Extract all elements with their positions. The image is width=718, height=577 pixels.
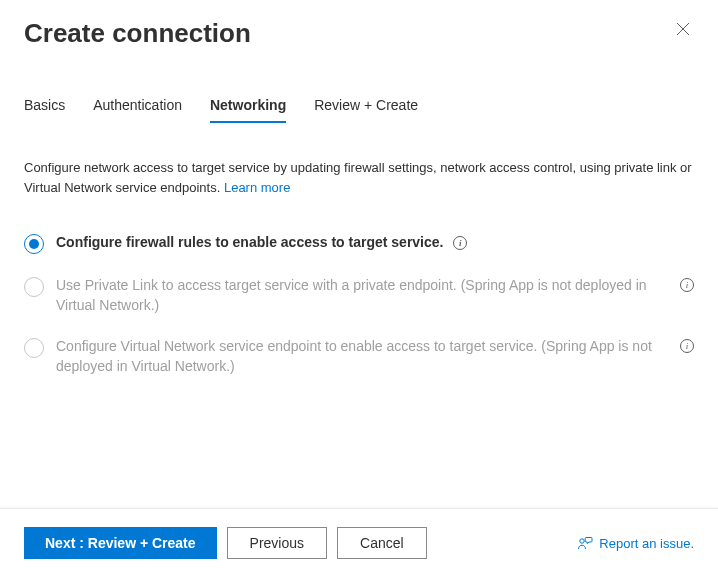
tab-networking[interactable]: Networking <box>210 97 286 123</box>
radio-firewall[interactable] <box>24 234 44 254</box>
close-icon <box>676 22 690 36</box>
close-button[interactable] <box>672 18 694 43</box>
page-title: Create connection <box>24 18 251 49</box>
person-feedback-icon <box>577 535 593 551</box>
svg-point-2 <box>580 539 584 543</box>
report-issue-link[interactable]: Report an issue. <box>577 535 694 551</box>
info-icon[interactable]: i <box>680 339 694 353</box>
option-vnet-endpoint: Configure Virtual Network service endpoi… <box>24 337 694 376</box>
networking-description: Configure network access to target servi… <box>24 158 694 197</box>
footer-bar: Next : Review + Create Previous Cancel R… <box>0 508 718 577</box>
option-private-link: Use Private Link to access target servic… <box>24 276 694 315</box>
option-firewall: Configure firewall rules to enable acces… <box>24 233 694 254</box>
radio-private-link <box>24 277 44 297</box>
description-text: Configure network access to target servi… <box>24 160 692 195</box>
info-icon[interactable]: i <box>680 278 694 292</box>
option-firewall-text: Configure firewall rules to enable acces… <box>56 234 443 250</box>
info-icon[interactable]: i <box>453 236 467 250</box>
tab-authentication[interactable]: Authentication <box>93 97 182 123</box>
previous-button[interactable]: Previous <box>227 527 327 559</box>
tab-review-create[interactable]: Review + Create <box>314 97 418 123</box>
option-firewall-label: Configure firewall rules to enable acces… <box>56 233 467 253</box>
option-vnet-endpoint-label: Configure Virtual Network service endpoi… <box>56 337 668 376</box>
tab-bar: Basics Authentication Networking Review … <box>0 49 718 124</box>
tab-basics[interactable]: Basics <box>24 97 65 123</box>
content-area: Configure network access to target servi… <box>0 124 718 376</box>
radio-vnet-endpoint <box>24 338 44 358</box>
option-private-link-label: Use Private Link to access target servic… <box>56 276 668 315</box>
cancel-button[interactable]: Cancel <box>337 527 427 559</box>
next-button[interactable]: Next : Review + Create <box>24 527 217 559</box>
learn-more-link[interactable]: Learn more <box>224 180 290 195</box>
report-issue-text: Report an issue. <box>599 536 694 551</box>
networking-options: Configure firewall rules to enable acces… <box>24 233 694 376</box>
